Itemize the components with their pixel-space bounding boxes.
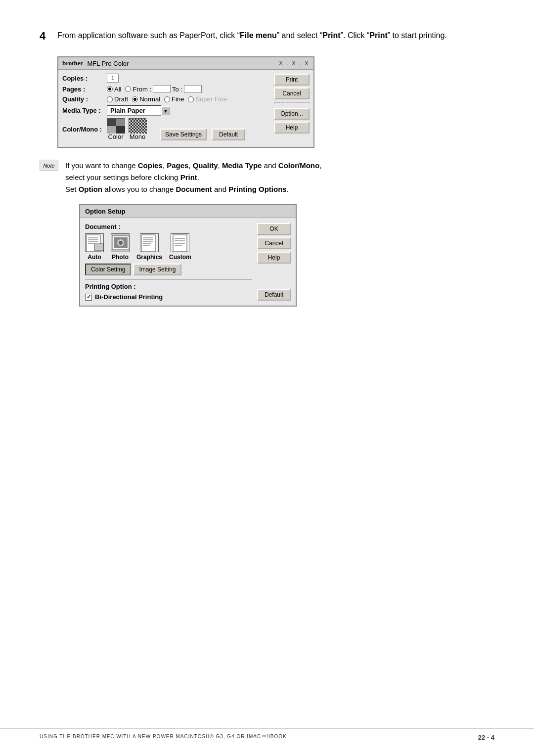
quality-draft[interactable]: Draft (107, 95, 128, 103)
bi-directional-row: ✓ Bi-Directional Printing (85, 293, 252, 301)
option-help-button[interactable]: Help (257, 252, 291, 264)
media-type-dropdown-arrow[interactable]: ▼ (161, 106, 170, 115)
print-dialog-wrapper: brother MFL Pro Color X . X . X Copies :… (57, 56, 494, 148)
media-type-container: Plain Paper ▼ (107, 105, 170, 116)
image-setting-button[interactable]: Image Setting (133, 264, 181, 275)
pages-all-label: All (114, 86, 121, 93)
doc-photo-icon (111, 233, 130, 252)
option-ok-button[interactable]: OK (257, 223, 291, 235)
pages-to-input[interactable] (184, 85, 202, 93)
brother-logo: brother (62, 59, 83, 67)
quality-row: Quality : Draft Normal (62, 95, 270, 103)
copies-input[interactable] (107, 74, 119, 83)
quality-draft-label: Draft (114, 95, 128, 103)
mono-icon-box[interactable]: Mono (129, 118, 146, 140)
help-button[interactable]: Help (274, 122, 310, 133)
option-dialog-title: Option Setup (85, 208, 126, 215)
default-button-print[interactable]: Default (212, 129, 245, 140)
doc-graphics-svg (140, 234, 159, 252)
doc-photo-label: Photo (112, 254, 129, 261)
color-mono-row: Color/Mono : (62, 118, 270, 140)
quality-normal-radio[interactable] (132, 96, 138, 102)
color-icon-svg (107, 119, 125, 133)
media-type-row: Media Type : Plain Paper ▼ (62, 105, 270, 116)
copies-label: Copies : (62, 75, 107, 82)
dialog-titlebar: brother MFL Pro Color X . X . X (58, 57, 313, 70)
step-number: 4 (40, 30, 50, 43)
color-label: Color (108, 133, 123, 140)
page-footer: USING THE BROTHER MFC WITH A NEW POWER M… (0, 728, 534, 741)
doc-graphics-icon (140, 233, 159, 252)
doc-photo-item[interactable]: Photo (111, 233, 130, 261)
option-body: Document : (80, 218, 296, 306)
note-text: If you want to change Copies, Pages, Qua… (65, 160, 321, 195)
color-icon-box[interactable]: Color (107, 118, 125, 140)
pages-to-label: To : (172, 86, 182, 93)
svg-rect-0 (107, 119, 116, 126)
option-cancel-button[interactable]: Cancel (257, 237, 291, 249)
doc-auto-item[interactable]: Auto (85, 233, 104, 261)
svg-rect-2 (107, 126, 116, 133)
note-badge: Note (40, 160, 58, 171)
doc-icons-row: Auto Ph (85, 233, 252, 261)
save-default-row: Save Settings Default (160, 129, 245, 140)
quality-label: Quality : (62, 95, 107, 103)
quality-superfine-radio[interactable] (188, 96, 194, 102)
svg-rect-8 (129, 119, 147, 133)
pages-all-option[interactable]: All (107, 86, 121, 93)
option-dialog: Option Setup Document : (79, 204, 297, 307)
pages-label: Pages : (62, 86, 107, 93)
printing-option-section: Printing Option : ✓ Bi-Directional Print… (85, 279, 252, 301)
quality-fine-radio[interactable] (164, 96, 170, 102)
note-block: Note If you want to change Copies, Pages… (40, 160, 494, 195)
media-type-value: Plain Paper (107, 105, 161, 116)
option-dialog-buttons: OK Cancel Help Default (257, 223, 291, 301)
document-section-label: Document : (85, 223, 252, 230)
quality-superfine-label: Super Fine (195, 95, 227, 103)
quality-fine[interactable]: Fine (164, 95, 184, 103)
bi-directional-label: Bi-Directional Printing (95, 293, 163, 301)
media-type-label: Media Type : (62, 107, 107, 114)
pages-from-option[interactable]: From : To : (125, 85, 202, 93)
footer-right-text: 22 - 4 (478, 734, 494, 741)
option-default-button[interactable]: Default (257, 289, 291, 301)
quality-draft-radio[interactable] (107, 96, 113, 102)
option-fields: Document : (85, 223, 252, 301)
doc-custom-svg (171, 234, 189, 252)
step-4-block: 4 From application software such as Pape… (40, 30, 494, 43)
option-button[interactable]: Option... (274, 108, 310, 120)
bi-directional-checkbox[interactable]: ✓ (85, 294, 92, 301)
option-dialog-wrapper: Option Setup Document : (79, 204, 494, 307)
cancel-button[interactable]: Cancel (274, 88, 310, 99)
doc-custom-item[interactable]: Custom (169, 233, 191, 261)
quality-normal[interactable]: Normal (132, 95, 160, 103)
mono-icon-svg (129, 119, 147, 133)
svg-point-18 (119, 241, 123, 245)
color-setting-button[interactable]: Color Setting (85, 264, 131, 275)
doc-graphics-label: Graphics (136, 254, 162, 261)
doc-auto-svg (86, 234, 104, 252)
doc-graphics-item[interactable]: Graphics (136, 233, 162, 261)
pages-from-radio[interactable] (125, 86, 131, 92)
svg-rect-1 (116, 119, 125, 126)
pages-row: Pages : All From : To : (62, 85, 270, 93)
color-mono-label: Color/Mono : (62, 126, 107, 133)
quality-superfine[interactable]: Super Fine (188, 95, 227, 103)
doc-auto-label: Auto (88, 254, 101, 261)
doc-auto-icon (85, 233, 104, 252)
color-mono-icons: Color (107, 118, 245, 140)
mono-label: Mono (130, 133, 146, 140)
color-image-btn-row: Color Setting Image Setting (85, 264, 252, 275)
print-button[interactable]: Print (274, 74, 310, 86)
doc-custom-icon (171, 233, 189, 252)
step-text: From application software such as PaperP… (57, 30, 447, 42)
doc-custom-label: Custom (169, 254, 191, 261)
dialog-body: Copies : Pages : All (58, 70, 313, 147)
dialog-version: X . X . X (279, 60, 310, 67)
color-icon (107, 118, 125, 133)
pages-from-input[interactable] (153, 85, 171, 93)
pages-all-radio[interactable] (107, 86, 113, 92)
print-dialog: brother MFL Pro Color X . X . X Copies :… (57, 56, 314, 148)
save-settings-button[interactable]: Save Settings (160, 129, 207, 140)
quality-normal-label: Normal (139, 95, 160, 103)
